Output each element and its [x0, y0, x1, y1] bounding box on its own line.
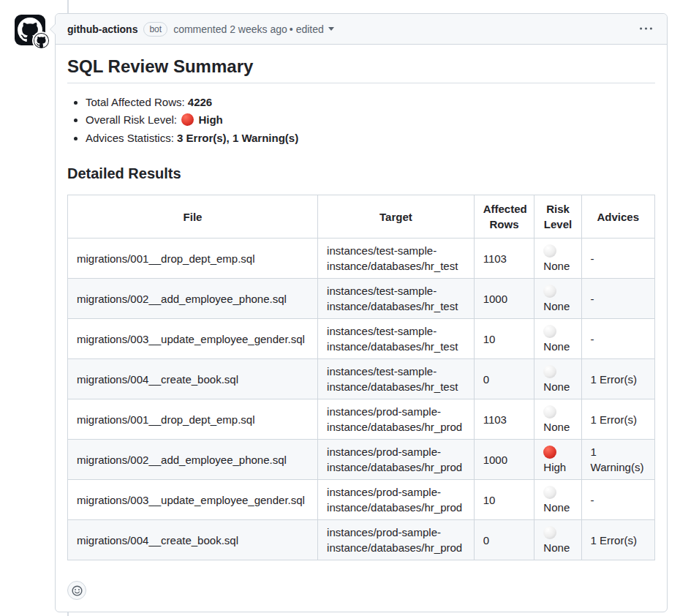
advices-cell: 1 Error(s) — [581, 359, 654, 399]
affected-rows-cell: 1000 — [474, 279, 534, 319]
risk-circle-emoji — [543, 526, 556, 539]
risk-circle-emoji — [543, 365, 556, 378]
summary-value: High — [198, 113, 222, 126]
risk-level-text: None — [543, 501, 570, 514]
target-cell: instances/test-sample-instance/databases… — [318, 238, 475, 279]
column-header-risk-level: Risk Level — [534, 195, 581, 238]
column-header-affected-rows: Affected Rows — [474, 195, 534, 238]
summary-label: Total Affected Rows: — [86, 96, 185, 108]
target-cell: instances/prod-sample-instance/databases… — [318, 440, 475, 480]
risk-level-cell: None — [534, 359, 581, 399]
edited-label: edited — [296, 23, 324, 35]
affected-rows-cell: 0 — [474, 359, 534, 399]
risk-level-text: None — [543, 340, 570, 353]
risk-circle-emoji — [543, 486, 556, 499]
column-header-file: File — [68, 195, 318, 238]
table-header-row: File Target Affected Rows Risk Level Adv… — [68, 195, 655, 238]
target-cell: instances/test-sample-instance/databases… — [318, 279, 475, 319]
table-row: migrations/002__add_employee_phone.sql i… — [68, 440, 655, 480]
comment-timestamp: commented 2 weeks ago — [173, 23, 287, 35]
file-cell: migrations/003__update_employee_gender.s… — [68, 480, 318, 520]
table-row: migrations/004__create_book.sql instance… — [68, 520, 655, 560]
risk-circle-emoji — [543, 285, 556, 298]
risk-level-text: High — [543, 461, 566, 473]
risk-circle-emoji — [543, 325, 556, 338]
target-cell: instances/prod-sample-instance/databases… — [318, 480, 475, 520]
advices-cell: 1 Error(s) — [581, 520, 654, 560]
summary-value: 3 Error(s), 1 Warning(s) — [177, 132, 298, 144]
table-row: migrations/001__drop_dept_emp.sql instan… — [68, 399, 655, 440]
advices-cell: 1 Error(s) — [581, 399, 654, 440]
avatar-bot-badge — [34, 33, 49, 48]
table-row: migrations/002__add_employee_phone.sql i… — [68, 279, 655, 319]
advices-cell: - — [581, 279, 654, 319]
table-row: migrations/004__create_book.sql instance… — [68, 359, 655, 399]
summary-label: Overall Risk Level: — [86, 113, 177, 126]
table-row: migrations/003__update_employee_gender.s… — [68, 319, 655, 359]
chevron-down-icon — [328, 27, 334, 31]
summary-item-total-rows: Total Affected Rows: 4226 — [86, 94, 655, 112]
github-actions-avatar[interactable] — [15, 15, 45, 45]
risk-level-text: None — [543, 260, 570, 272]
summary-list: Total Affected Rows: 4226 Overall Risk L… — [67, 94, 655, 148]
risk-level-cell: None — [534, 279, 581, 319]
file-cell: migrations/001__drop_dept_emp.sql — [68, 399, 318, 440]
advices-cell: - — [581, 319, 654, 359]
affected-rows-cell: 1103 — [474, 238, 534, 279]
risk-level-cell: None — [534, 520, 581, 560]
target-cell: instances/test-sample-instance/databases… — [318, 359, 475, 399]
affected-rows-cell: 0 — [474, 520, 534, 560]
affected-rows-cell: 10 — [474, 319, 534, 359]
advices-cell: - — [581, 480, 654, 520]
affected-rows-cell: 1000 — [474, 440, 534, 480]
summary-title: SQL Review Summary — [67, 56, 655, 83]
octocat-icon — [34, 34, 48, 48]
red-circle-emoji — [181, 113, 194, 126]
comment-card: github-actions bot commented 2 weeks ago… — [55, 13, 668, 612]
reactions-bar — [67, 581, 655, 600]
risk-level-cell: None — [534, 399, 581, 440]
risk-level-text: None — [543, 541, 570, 554]
summary-value: 4226 — [188, 96, 212, 108]
risk-level-cell: None — [534, 319, 581, 359]
risk-level-text: None — [543, 380, 570, 393]
file-cell: migrations/004__create_book.sql — [68, 520, 318, 560]
github-pr-conversation: { "header": { "author": "github-actions"… — [0, 0, 680, 616]
bot-badge: bot — [143, 22, 167, 37]
affected-rows-cell: 10 — [474, 480, 534, 520]
risk-level-cell: High — [534, 440, 581, 480]
author-link[interactable]: github-actions — [67, 23, 137, 35]
file-cell: migrations/003__update_employee_gender.s… — [68, 319, 318, 359]
results-table: File Target Affected Rows Risk Level Adv… — [67, 195, 655, 560]
smiley-icon — [72, 585, 83, 596]
advices-cell: - — [581, 238, 654, 279]
add-reaction-button[interactable] — [67, 581, 86, 600]
summary-item-risk-level: Overall Risk Level: High — [86, 111, 655, 129]
risk-circle-emoji — [543, 405, 556, 418]
kebab-menu-button[interactable] — [637, 20, 655, 38]
comment-body: SQL Review Summary Total Affected Rows: … — [56, 45, 667, 612]
file-cell: migrations/004__create_book.sql — [68, 359, 318, 399]
meta-dot: • — [290, 23, 293, 35]
target-cell: instances/prod-sample-instance/databases… — [318, 399, 475, 440]
risk-level-cell: None — [534, 238, 581, 279]
file-cell: migrations/002__add_employee_phone.sql — [68, 279, 318, 319]
edited-dropdown-button[interactable]: edited — [296, 23, 334, 35]
advices-cell: 1 Warning(s) — [581, 440, 654, 480]
file-cell: migrations/001__drop_dept_emp.sql — [68, 238, 318, 279]
table-row: migrations/001__drop_dept_emp.sql instan… — [68, 238, 655, 279]
target-cell: instances/prod-sample-instance/databases… — [318, 520, 475, 560]
details-heading: Detailed Results — [67, 165, 655, 183]
summary-label: Advices Statistics: — [86, 132, 174, 144]
table-row: migrations/003__update_employee_gender.s… — [68, 480, 655, 520]
kebab-horizontal-icon — [640, 23, 652, 35]
comment-header: github-actions bot commented 2 weeks ago… — [56, 14, 667, 45]
target-cell: instances/test-sample-instance/databases… — [318, 319, 475, 359]
risk-circle-emoji — [543, 446, 556, 459]
risk-level-text: None — [543, 421, 570, 433]
column-header-advices: Advices — [581, 195, 654, 238]
affected-rows-cell: 1103 — [474, 399, 534, 440]
risk-circle-emoji — [543, 244, 556, 258]
risk-level-cell: None — [534, 480, 581, 520]
risk-level-text: None — [543, 300, 570, 312]
